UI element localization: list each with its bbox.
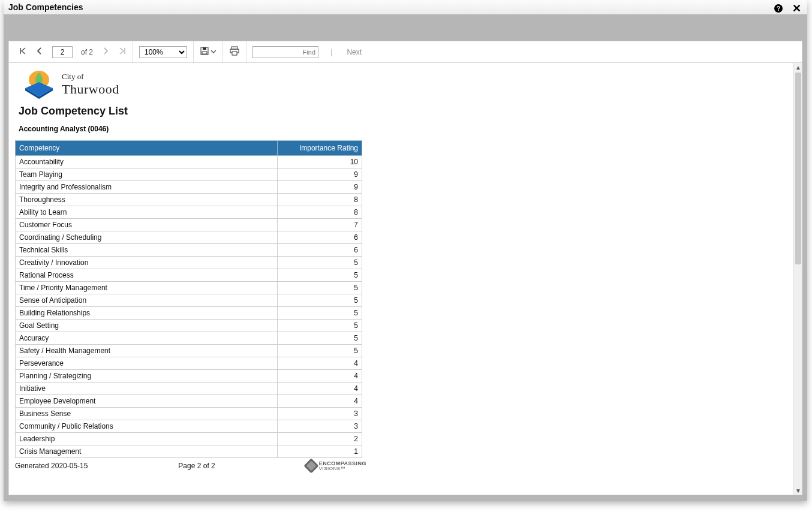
- competency-name: Accuracy: [16, 332, 278, 345]
- brand-logo-icon: [22, 70, 56, 99]
- competency-name: Crisis Management: [16, 445, 278, 458]
- competency-rating: 7: [278, 219, 362, 231]
- scroll-thumb[interactable]: [795, 73, 801, 264]
- competency-rating: 5: [278, 332, 362, 345]
- competency-name: Perseverance: [16, 357, 278, 370]
- competency-name: Leadership: [16, 433, 278, 445]
- table-row: Technical Skills6: [16, 244, 362, 257]
- competency-name: Technical Skills: [16, 244, 278, 257]
- competency-table: Competency Importance Rating Accountabil…: [15, 140, 362, 458]
- page-count-label: of 2: [81, 48, 93, 56]
- save-group: [194, 41, 223, 62]
- competency-rating: 4: [278, 370, 362, 383]
- brand-line2: Thurwood: [62, 82, 119, 97]
- table-row: Safety / Health Management5: [16, 345, 362, 357]
- prev-page-icon[interactable]: [35, 47, 44, 57]
- table-row: Accountability10: [16, 156, 362, 168]
- competency-name: Business Sense: [16, 408, 278, 420]
- last-page-icon[interactable]: [118, 47, 127, 57]
- competency-name: Creativity / Innovation: [16, 257, 278, 269]
- close-icon[interactable]: ✕: [792, 2, 801, 15]
- table-row: Community / Public Relations3: [16, 420, 362, 433]
- table-row: Goal Setting5: [16, 320, 362, 332]
- svg-rect-3: [231, 47, 237, 49]
- competency-rating: 1: [278, 445, 362, 458]
- table-row: Perseverance4: [16, 357, 362, 370]
- zoom-group: 100%: [133, 41, 194, 62]
- svg-rect-2: [202, 52, 207, 54]
- brand-text: City of Thurwood: [62, 72, 119, 97]
- competency-rating: 4: [278, 395, 362, 408]
- competency-rating: 5: [278, 294, 362, 307]
- table-row: Customer Focus7: [16, 219, 362, 231]
- competency-rating: 9: [278, 181, 362, 194]
- help-icon[interactable]: ?: [774, 4, 783, 13]
- table-row: Coordinating / Scheduling6: [16, 231, 362, 244]
- logo-row: City of Thurwood: [22, 70, 787, 99]
- competency-name: Integrity and Professionalism: [16, 181, 278, 194]
- competency-name: Rational Process: [16, 269, 278, 282]
- table-row: Ability to Learn8: [16, 206, 362, 219]
- generated-label: Generated 2020-05-15: [15, 462, 88, 470]
- table-row: Building Relationships5: [16, 307, 362, 320]
- competency-rating: 9: [278, 168, 362, 181]
- competency-name: Time / Priority Management: [16, 282, 278, 294]
- table-row: Employee Development4: [16, 395, 362, 408]
- save-dropdown-icon[interactable]: [210, 47, 216, 56]
- competency-name: Goal Setting: [16, 320, 278, 332]
- competency-rating: 5: [278, 282, 362, 294]
- competency-rating: 10: [278, 156, 362, 168]
- report-subtitle: Accounting Analyst (0046): [19, 125, 787, 133]
- page-number-input[interactable]: [52, 46, 73, 58]
- competency-name: Accountability: [16, 156, 278, 168]
- table-row: Initiative4: [16, 383, 362, 395]
- find-group: | Next: [246, 41, 368, 62]
- competency-rating: 6: [278, 244, 362, 257]
- table-row: Leadership2: [16, 433, 362, 445]
- competency-rating: 5: [278, 307, 362, 320]
- vertical-scrollbar[interactable]: ▲ ▼: [793, 63, 802, 495]
- competency-rating: 8: [278, 194, 362, 206]
- competency-name: Coordinating / Scheduling: [16, 231, 278, 244]
- competency-rating: 3: [278, 420, 362, 433]
- print-icon[interactable]: [229, 46, 240, 58]
- competency-rating: 4: [278, 383, 362, 395]
- competency-rating: 5: [278, 345, 362, 357]
- col-rating: Importance Rating: [278, 141, 362, 156]
- table-row: Sense of Anticipation5: [16, 294, 362, 307]
- table-row: Crisis Management1: [16, 445, 362, 458]
- competency-rating: 2: [278, 433, 362, 445]
- competency-rating: 5: [278, 269, 362, 282]
- first-page-icon[interactable]: [19, 47, 27, 57]
- table-row: Business Sense3: [16, 408, 362, 420]
- save-icon[interactable]: [200, 46, 209, 58]
- report-viewer: of 2 100%: [8, 41, 802, 495]
- print-group: [223, 41, 246, 62]
- competency-rating: 4: [278, 357, 362, 370]
- competency-name: Community / Public Relations: [16, 420, 278, 433]
- col-competency: Competency: [16, 141, 278, 156]
- window-title: Job Competencies: [8, 2, 83, 12]
- table-row: Planning / Strategizing4: [16, 370, 362, 383]
- competency-rating: 8: [278, 206, 362, 219]
- zoom-select[interactable]: 100%: [139, 46, 187, 58]
- vendor-logo: ENCOMPASSING VISIONS™: [306, 460, 366, 471]
- find-next-link[interactable]: Next: [347, 48, 362, 56]
- svg-rect-5: [232, 52, 237, 55]
- find-input[interactable]: [252, 46, 318, 58]
- scroll-up-icon[interactable]: ▲: [794, 63, 802, 71]
- next-page-icon[interactable]: [101, 47, 110, 57]
- competency-rating: 3: [278, 408, 362, 420]
- vendor-logo-icon: [303, 458, 318, 473]
- competency-rating: 5: [278, 320, 362, 332]
- report-footer: Generated 2020-05-15 Page 2 of 2 ENCOMPA…: [15, 460, 366, 471]
- competency-name: Building Relationships: [16, 307, 278, 320]
- competency-name: Employee Development: [16, 395, 278, 408]
- competency-name: Team Playing: [16, 168, 278, 181]
- nav-group: of 2: [13, 41, 133, 62]
- scroll-down-icon[interactable]: ▼: [794, 486, 802, 495]
- competency-name: Safety / Health Management: [16, 345, 278, 357]
- table-row: Time / Priority Management5: [16, 282, 362, 294]
- page-label: Page 2 of 2: [178, 462, 215, 470]
- table-row: Rational Process5: [16, 269, 362, 282]
